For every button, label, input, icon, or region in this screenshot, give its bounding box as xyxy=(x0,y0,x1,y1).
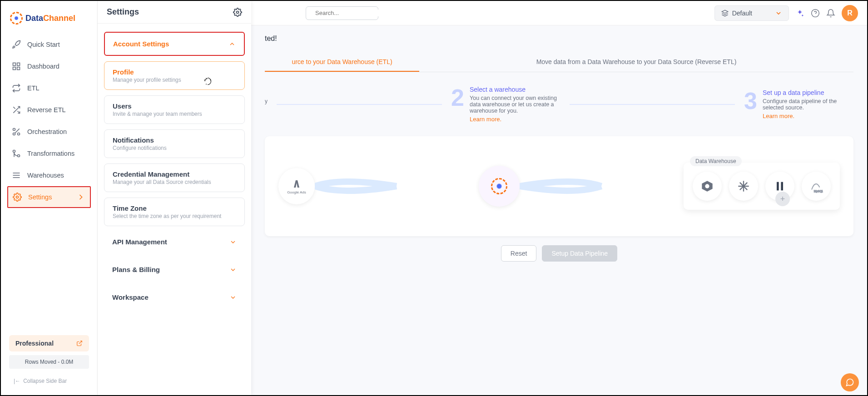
nav-etl[interactable]: ETL xyxy=(1,77,97,99)
external-link-icon xyxy=(76,340,83,346)
chevron-down-icon xyxy=(229,238,237,246)
svg-point-18 xyxy=(812,9,819,17)
collapse-sidebar-button[interactable]: |← Collapse Side Bar xyxy=(9,372,89,390)
svg-point-22 xyxy=(705,184,709,188)
nav-quick-start[interactable]: Quick Start xyxy=(1,34,97,55)
sidebar: DataChannel Quick Start Dashboard ETL Re… xyxy=(1,1,98,395)
workspace-dropdown[interactable]: Default xyxy=(714,5,789,21)
step-title-warehouse: Select a warehouse xyxy=(470,86,560,93)
step-num-3: 3 xyxy=(744,89,757,113)
account-settings-accordion[interactable]: Account Settings xyxy=(104,32,245,56)
topbar: Default R xyxy=(251,1,867,25)
settings-item-users[interactable]: Users Invite & manage your team members xyxy=(104,95,245,124)
chevron-down-icon xyxy=(775,10,782,17)
bell-icon[interactable] xyxy=(826,9,835,18)
settings-panel-title: Settings xyxy=(107,7,139,17)
help-icon[interactable] xyxy=(811,9,820,18)
sparkle-icon[interactable] xyxy=(795,9,804,18)
orchestration-icon xyxy=(12,127,21,136)
rows-moved: Rows Moved - 0.0M xyxy=(9,355,89,369)
nav-transformations[interactable]: Transformations xyxy=(1,143,97,164)
settings-item-notifications[interactable]: Notifications Configure notifications xyxy=(104,129,245,158)
chevron-up-icon xyxy=(228,40,236,48)
warehouse-mysql[interactable]: MySQL xyxy=(802,172,831,201)
plans-billing-accordion[interactable]: Plans & Billing xyxy=(104,257,245,282)
chevron-down-icon xyxy=(229,294,237,301)
svg-rect-1 xyxy=(17,63,20,66)
svg-point-4 xyxy=(13,129,15,131)
etl-icon xyxy=(12,84,21,93)
reverse-etl-icon xyxy=(12,105,21,114)
tab-reverse-etl[interactable]: Move data from a Data Warehouse to your … xyxy=(419,53,853,72)
chat-bubble-icon[interactable] xyxy=(841,373,859,391)
svg-rect-3 xyxy=(13,67,16,70)
settings-icon xyxy=(13,193,22,202)
collapse-icon: |← xyxy=(14,378,20,384)
gear-icon[interactable] xyxy=(233,8,242,17)
settings-item-timezone[interactable]: Time Zone Select the time zone as per yo… xyxy=(104,198,245,226)
settings-item-profile[interactable]: Profile Manage your profile settings xyxy=(104,61,245,90)
settings-panel: Settings Account Settings Profile Manage… xyxy=(98,1,251,395)
svg-point-6 xyxy=(18,133,20,135)
svg-marker-20 xyxy=(294,180,299,188)
svg-rect-2 xyxy=(17,67,20,70)
tabs: urce to your Data Warehouse (ETL) Move d… xyxy=(265,53,853,72)
svg-point-7 xyxy=(18,155,20,157)
svg-rect-28 xyxy=(781,182,783,191)
nav-reverse-etl[interactable]: Reverse ETL xyxy=(1,99,97,121)
setup-pipeline-button[interactable]: Setup Data Pipeline xyxy=(542,245,617,262)
svg-marker-17 xyxy=(722,10,728,13)
svg-point-5 xyxy=(13,133,15,135)
warehouse-snowflake[interactable] xyxy=(729,172,758,201)
main-content: Default R ted! urce to your Data Warehou… xyxy=(251,1,867,395)
svg-line-13 xyxy=(79,341,82,344)
nav-warehouses[interactable]: Warehouses xyxy=(1,164,97,186)
reset-button[interactable]: Reset xyxy=(501,245,537,262)
hub-icon xyxy=(479,166,520,207)
svg-rect-0 xyxy=(13,63,16,66)
svg-point-12 xyxy=(16,196,19,198)
chevron-right-icon xyxy=(76,193,85,202)
chevron-down-icon xyxy=(229,266,237,273)
tab-etl[interactable]: urce to your Data Warehouse (ETL) xyxy=(265,53,419,72)
svg-point-14 xyxy=(237,11,239,13)
learn-more-link[interactable]: Learn more. xyxy=(763,113,794,119)
add-warehouse-button[interactable]: + xyxy=(775,192,790,206)
layers-icon xyxy=(721,10,729,17)
transformations-icon xyxy=(12,149,21,158)
logo[interactable]: DataChannel xyxy=(1,6,97,34)
nav-orchestration[interactable]: Orchestration xyxy=(1,121,97,143)
rocket-icon xyxy=(12,40,21,49)
workspace-accordion[interactable]: Workspace xyxy=(104,285,245,309)
logo-icon xyxy=(10,12,23,25)
svg-rect-27 xyxy=(777,182,779,191)
avatar[interactable]: R xyxy=(842,5,858,21)
api-management-accordion[interactable]: API Management xyxy=(104,230,245,254)
step-title-pipeline: Set up a data pipeline xyxy=(763,89,853,96)
source-google-ads[interactable]: Google Ads xyxy=(278,168,315,204)
flow-diagram: Google Ads Data Warehouse MySQL + xyxy=(265,136,853,236)
warehouse-bigquery[interactable] xyxy=(693,172,722,201)
svg-point-8 xyxy=(13,150,15,153)
step-num-2: 2 xyxy=(451,86,464,109)
dashboard-icon xyxy=(12,62,21,71)
learn-more-link[interactable]: Learn more. xyxy=(470,116,501,123)
page-title: ted! xyxy=(265,35,853,46)
warehouses-icon xyxy=(12,171,21,180)
svg-text:MySQL: MySQL xyxy=(814,189,823,193)
search-input[interactable] xyxy=(306,6,378,20)
data-warehouse-panel: Data Warehouse MySQL + xyxy=(684,163,840,210)
nav-settings[interactable]: Settings xyxy=(7,186,91,208)
plan-badge[interactable]: Professional xyxy=(9,335,89,351)
settings-item-credentials[interactable]: Credential Management Manage your all Da… xyxy=(104,163,245,192)
nav-dashboard[interactable]: Dashboard xyxy=(1,55,97,77)
